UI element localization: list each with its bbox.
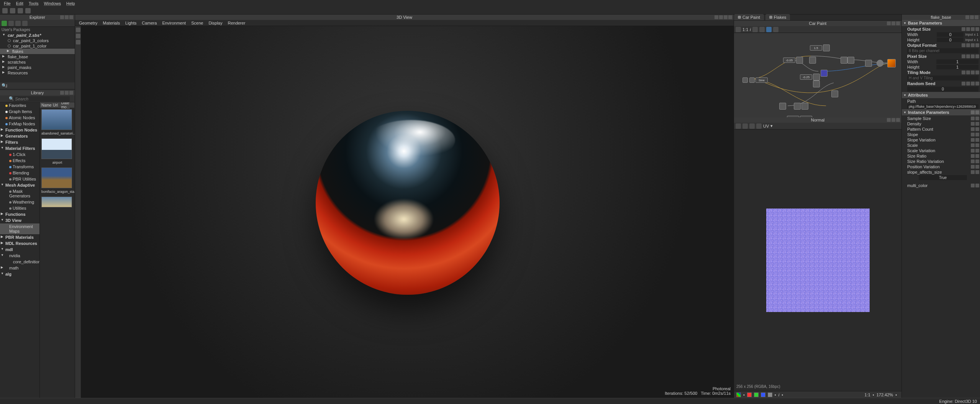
library-category[interactable]: Favorites [0,102,39,108]
max-icon[interactable] [65,91,69,95]
section-attributes[interactable]: ▼Attributes [902,92,980,99]
close-icon[interactable] [896,21,900,25]
tree-item[interactable]: car_paint_3_colors [0,38,75,43]
tree-item[interactable]: ▶paint_masks [0,65,75,70]
link-icon[interactable] [971,127,975,131]
open-icon[interactable] [10,8,15,13]
dot-icon[interactable] [971,82,975,85]
reset-icon[interactable] [975,43,979,47]
dot-icon[interactable] [971,71,975,74]
menu-file[interactable]: File [4,1,11,6]
chevron-down-icon[interactable] [975,154,979,158]
library-category[interactable]: ▼mdl [0,246,39,253]
link-icon[interactable] [962,27,965,31]
close-icon[interactable] [69,91,73,95]
library-category[interactable]: ▼nvidia [0,253,39,259]
library-category[interactable]: ▶Filters [0,139,39,145]
close-icon[interactable] [69,15,73,19]
node[interactable] [823,44,830,51]
chevron-down-icon[interactable] [975,117,979,120]
attr-path-field[interactable]: pkg://flake_base?dependency=1262989919 [907,104,978,109]
library-thumbnail[interactable] [41,138,72,159]
graph-arrow-icon[interactable] [752,27,758,32]
node-graph[interactable]: 1.5 -0.05 -0.25 Sine 50 1 [734,33,901,117]
view3d-menubar[interactable]: Geometry Materials Lights Camera Environ… [75,20,734,26]
tree-item[interactable]: ▼car_paint_2.sbs* [0,33,75,38]
chevron-down-icon[interactable]: ▾ [770,123,773,128]
normal-type-icon[interactable] [756,123,762,129]
library-category[interactable]: Blending [0,170,39,176]
tree-item[interactable]: ▶flakes [0,49,75,54]
pin-icon[interactable] [887,21,891,25]
link-icon[interactable] [971,133,975,136]
chevron-down-icon[interactable] [975,149,979,153]
fit-icon[interactable] [76,34,80,38]
link-icon[interactable] [971,159,975,163]
library-category[interactable]: Weathering [0,199,39,205]
reset-icon[interactable] [975,82,979,85]
node[interactable] [749,77,755,83]
library-category[interactable]: Effects [0,158,39,164]
dot-icon[interactable] [971,27,975,31]
link-icon[interactable] [962,71,965,74]
graph-tabs[interactable]: Car Paint Flakes [734,15,901,21]
normal-zoom[interactable]: 172.42% [877,393,893,397]
swatch-g[interactable] [754,393,759,397]
pin-icon[interactable] [719,15,723,19]
pin-icon[interactable] [887,118,891,122]
graph-link-icon[interactable] [736,27,741,32]
explorer-filter[interactable]: 🔍 I [0,82,75,89]
graph-tool-icon[interactable] [766,27,772,32]
prop-width[interactable]: Width0Input x 1 [902,32,980,37]
chevron-down-icon[interactable] [975,127,979,131]
menu-lights[interactable]: Lights [125,21,136,25]
refresh-icon[interactable] [15,21,21,26]
graph-select-icon[interactable] [773,27,778,32]
library-category[interactable]: ▶MDL Resources [0,240,39,246]
library-grid[interactable]: Name Url Date mo... abandoned_sanatori..… [40,102,75,398]
main-menubar[interactable]: File Edit Tools Windows Help [0,0,980,7]
chevron-down-icon[interactable] [966,27,970,31]
library-category[interactable]: Transforms [0,164,39,170]
reset-icon[interactable] [975,54,979,58]
menu-windows[interactable]: Windows [44,1,61,6]
node[interactable] [813,74,820,80]
lib-view-icon[interactable] [71,97,73,101]
graph-zoom-icon[interactable] [759,27,765,32]
saveall-icon[interactable] [25,8,31,13]
library-category[interactable]: ▶Function Nodes [0,127,39,133]
node-sine[interactable]: Sine [755,77,768,83]
section-base-parameters[interactable]: ▼Base Parameters [902,20,980,26]
link-icon[interactable] [971,149,975,153]
link-icon[interactable] [971,154,975,158]
menu-help[interactable]: Help [66,1,75,6]
dot-icon[interactable] [971,43,975,47]
node-color[interactable] [821,70,828,77]
library-category[interactable]: FxMap Nodes [0,121,39,127]
tree-item[interactable]: ▶scratches [0,59,75,65]
node-value[interactable]: -0.25 [800,74,812,80]
node[interactable] [779,103,786,110]
normal-ratio[interactable]: 1:1 [865,393,870,397]
graph-ratio[interactable]: 1:1 [742,27,748,32]
node[interactable] [847,57,854,64]
link-icon[interactable] [971,122,975,126]
menu-camera[interactable]: Camera [142,21,157,25]
chevron-down-icon[interactable] [975,133,979,136]
max-icon[interactable] [65,15,69,19]
link-icon[interactable] [962,43,965,47]
node[interactable] [794,103,801,110]
node[interactable] [809,57,816,64]
prop-height[interactable]: Height0Input x 1 [902,37,980,43]
gizmo-icon[interactable] [76,28,80,32]
node[interactable] [813,80,820,87]
tab-carpaint[interactable]: Car Paint [734,14,764,20]
link-icon[interactable] [971,165,975,169]
link-icon[interactable] [971,143,975,147]
chevron-down-icon[interactable] [966,43,970,47]
menu-materials[interactable]: Materials [103,21,120,25]
lib-fwd-icon[interactable] [5,97,7,101]
library-category[interactable]: Environment Maps [0,223,39,234]
max-icon[interactable] [892,21,895,25]
pin-icon[interactable] [60,15,64,19]
